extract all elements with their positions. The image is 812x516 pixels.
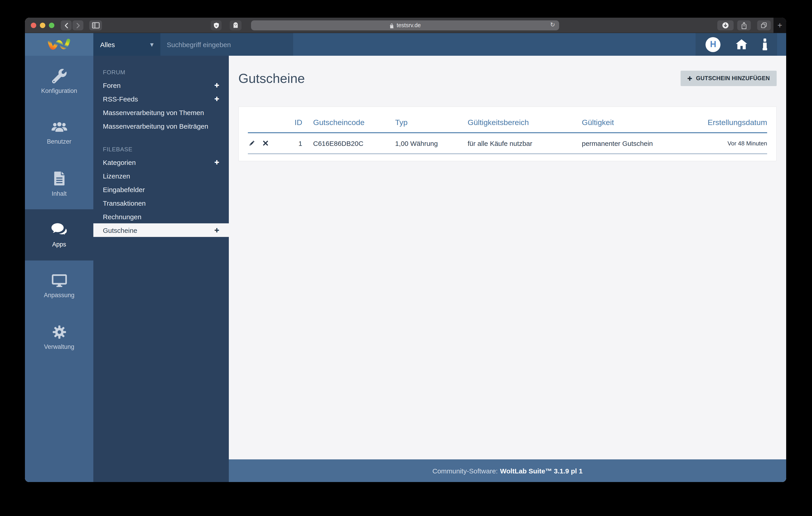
chevron-left-icon (64, 23, 68, 28)
add-gutschein-button-label: Gutschein hinzufügen (696, 75, 770, 82)
sidebar-item-verwaltung[interactable]: Verwaltung (25, 312, 93, 363)
cell-erstellungsdatum: Vor 48 Minuten (693, 133, 767, 154)
menu-item-eingabefelder[interactable]: Eingabefelder (93, 183, 229, 196)
sidebar-toggle-button[interactable] (89, 20, 102, 30)
column-header-actions (248, 113, 282, 133)
desktop-background: u testsrv.de ↻ + (0, 0, 812, 516)
menu-item-lizenzen[interactable]: Lizenzen (93, 169, 229, 183)
delete-x-icon[interactable] (262, 140, 269, 147)
gear-icon (52, 325, 66, 339)
zoom-window-button[interactable] (49, 23, 54, 28)
menu-section-forum: FORUM Foren ✚ RSS-Feeds ✚ Massenverarbei… (93, 66, 229, 133)
menu-item-label: Transaktionen (103, 199, 146, 207)
share-button[interactable] (737, 20, 751, 30)
menu-item-label: Gutscheine (103, 226, 137, 234)
ghostery-extension-button[interactable] (230, 20, 241, 30)
address-bar[interactable]: testsrv.de ↻ (251, 20, 559, 30)
acp-footer: Community-Software: WoltLab Suite™ 3.1.9… (229, 459, 786, 482)
page-title: Gutscheine (238, 71, 305, 86)
sidebar-item-label: Konfiguration (41, 87, 77, 94)
add-icon[interactable]: ✚ (214, 95, 219, 102)
column-header-gueltigkeit[interactable]: Gültigkeit (582, 113, 693, 133)
menu-item-label: Massenverarbeitung von Themen (103, 109, 204, 116)
menu-section-filebase: FILEBASE Kategorien ✚ Lizenzen Eingabefe… (93, 143, 229, 237)
sidebar-item-label: Inhalt (52, 190, 67, 197)
acp-topbar: Alles ▼ H (25, 33, 786, 56)
column-header-id[interactable]: ID (282, 113, 302, 133)
menu-item-rss-feeds[interactable]: RSS-Feeds ✚ (93, 92, 229, 105)
sidebar-item-label: Apps (52, 241, 66, 248)
gutscheine-table-card: ID Gutscheincode Typ Gültigkeitsbereich … (238, 107, 777, 161)
table-row: 1 C616E86DB20C 1,00 Währung für alle Käu… (248, 133, 767, 154)
column-header-gutscheincode[interactable]: Gutscheincode (302, 113, 395, 133)
window-controls (31, 23, 54, 28)
sidebar-item-anpassung[interactable]: Anpassung (25, 261, 93, 312)
browser-window: u testsrv.de ↻ + (25, 18, 786, 482)
menu-item-kategorien[interactable]: Kategorien ✚ (93, 155, 229, 169)
tab-overview-button[interactable] (757, 20, 771, 30)
menu-item-label: RSS-Feeds (103, 95, 138, 102)
add-icon[interactable]: ✚ (214, 82, 219, 89)
search-scope-label: Alles (100, 40, 115, 48)
cell-gueltigkeitsbereich: für alle Käufe nutzbar (468, 133, 582, 154)
browser-chrome: u testsrv.de ↻ + (25, 18, 786, 33)
lock-icon (389, 23, 395, 28)
tabs-icon (760, 22, 767, 29)
home-icon[interactable] (735, 39, 748, 50)
minimize-window-button[interactable] (40, 23, 45, 28)
menu-item-transaktionen[interactable]: Transaktionen (93, 196, 229, 210)
sidebar-item-inhalt[interactable]: Inhalt (25, 158, 93, 209)
comments-icon (51, 222, 68, 237)
new-tab-button[interactable]: + (774, 18, 786, 33)
menu-item-label: Lizenzen (103, 172, 130, 180)
cell-id: 1 (282, 133, 302, 154)
menu-item-gutscheine[interactable]: Gutscheine ✚ (93, 223, 229, 237)
topbar-user-area: H (696, 33, 777, 56)
menu-item-foren[interactable]: Foren ✚ (93, 79, 229, 92)
close-window-button[interactable] (31, 23, 36, 28)
menu-item-massenverarbeitung-themen[interactable]: Massenverarbeitung von Themen (93, 105, 229, 119)
share-icon (741, 22, 747, 29)
add-icon[interactable]: ✚ (214, 159, 219, 165)
cell-typ: 1,00 Währung (395, 133, 468, 154)
menu-item-label: Eingabefelder (103, 185, 145, 193)
menu-item-massenverarbeitung-beitraege[interactable]: Massenverarbeitung von Beiträgen (93, 119, 229, 133)
avatar[interactable]: H (706, 37, 721, 52)
footer-product: WoltLab Suite™ 3.1.9 pl 1 (500, 467, 583, 475)
footer-prefix: Community-Software: (433, 467, 498, 475)
column-header-typ[interactable]: Typ (395, 113, 468, 133)
sidebar-item-benutzer[interactable]: Benutzer (25, 107, 93, 158)
search-scope-select[interactable]: Alles ▼ (93, 33, 161, 56)
woltlab-logo[interactable] (25, 33, 93, 56)
sidebar-item-label: Anpassung (44, 292, 74, 298)
sidebar-item-label: Benutzer (47, 138, 71, 145)
info-icon[interactable] (762, 38, 767, 50)
add-icon[interactable]: ✚ (214, 227, 219, 234)
ghost-icon (232, 22, 239, 29)
edit-pencil-icon[interactable] (248, 140, 256, 147)
menu-item-rechnungen[interactable]: Rechnungen (93, 210, 229, 223)
forward-button[interactable] (72, 20, 83, 30)
woltlab-logo-icon (47, 36, 72, 53)
ublock-shield-icon: u (213, 22, 219, 29)
topbar-spacer (293, 33, 696, 56)
column-header-erstellungsdatum[interactable]: Erstellungsdatum (693, 113, 767, 133)
ublock-extension-button[interactable]: u (211, 20, 222, 30)
content-header: Gutscheine ✚ Gutschein hinzufügen (238, 69, 777, 87)
column-header-gueltigkeitsbereich[interactable]: Gültigkeitsbereich (468, 113, 582, 133)
search-field-wrap (161, 33, 293, 56)
sidebar-item-apps[interactable]: Apps (25, 209, 93, 261)
add-gutschein-button[interactable]: ✚ Gutschein hinzufügen (680, 71, 777, 86)
menu-item-label: Kategorien (103, 158, 136, 166)
sidebar-item-konfiguration[interactable]: Konfiguration (25, 56, 93, 107)
reload-icon[interactable]: ↻ (550, 21, 555, 28)
wrench-icon (52, 69, 66, 83)
downloads-button[interactable] (717, 20, 734, 30)
search-input[interactable] (166, 40, 288, 49)
users-icon (51, 120, 67, 134)
back-button[interactable] (61, 20, 71, 30)
menu-section-title: FORUM (93, 66, 229, 79)
url-text: testsrv.de (397, 22, 421, 29)
secondary-sidebar: FORUM Foren ✚ RSS-Feeds ✚ Massenverarbei… (93, 56, 229, 482)
plus-icon: ✚ (687, 75, 692, 82)
